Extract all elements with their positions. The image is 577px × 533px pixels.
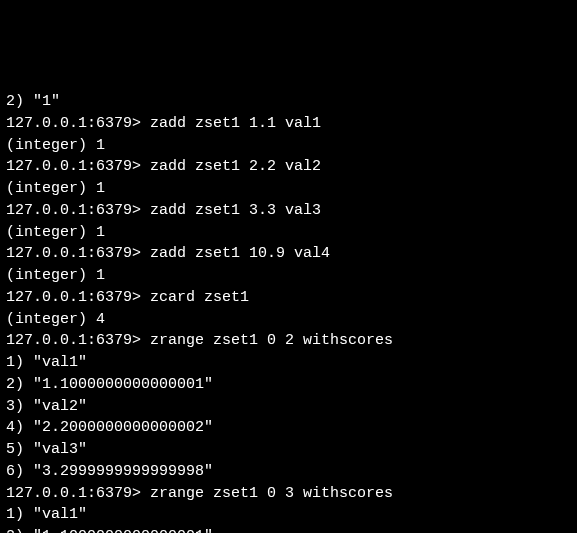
prompt: 127.0.0.1:6379> — [6, 332, 150, 349]
output-line: 1) "val1" — [6, 504, 571, 526]
command-text: zadd zset1 10.9 val4 — [150, 245, 330, 262]
output-line: (integer) 4 — [6, 309, 571, 331]
prompt: 127.0.0.1:6379> — [6, 245, 150, 262]
command-line[interactable]: 127.0.0.1:6379> zrange zset1 0 3 withsco… — [6, 483, 571, 505]
output-line: 2) "1.1000000000000001" — [6, 374, 571, 396]
command-text: zadd zset1 2.2 val2 — [150, 158, 321, 175]
output-line: 2) "1.1000000000000001" — [6, 526, 571, 533]
output-line: 4) "2.2000000000000002" — [6, 417, 571, 439]
prompt: 127.0.0.1:6379> — [6, 115, 150, 132]
output-line: (integer) 1 — [6, 135, 571, 157]
output-line: 2) "1" — [6, 91, 571, 113]
output-line: 1) "val1" — [6, 352, 571, 374]
command-text: zrange zset1 0 2 withscores — [150, 332, 393, 349]
prompt: 127.0.0.1:6379> — [6, 202, 150, 219]
output-line: 5) "val3" — [6, 439, 571, 461]
command-text: zcard zset1 — [150, 289, 249, 306]
command-line[interactable]: 127.0.0.1:6379> zcard zset1 — [6, 287, 571, 309]
output-line: 3) "val2" — [6, 396, 571, 418]
output-line: 6) "3.2999999999999998" — [6, 461, 571, 483]
command-line[interactable]: 127.0.0.1:6379> zadd zset1 10.9 val4 — [6, 243, 571, 265]
command-text: zadd zset1 3.3 val3 — [150, 202, 321, 219]
command-line[interactable]: 127.0.0.1:6379> zadd zset1 1.1 val1 — [6, 113, 571, 135]
output-line: (integer) 1 — [6, 222, 571, 244]
command-text: zrange zset1 0 3 withscores — [150, 485, 393, 502]
output-line: (integer) 1 — [6, 265, 571, 287]
prompt: 127.0.0.1:6379> — [6, 485, 150, 502]
command-text: zadd zset1 1.1 val1 — [150, 115, 321, 132]
prompt: 127.0.0.1:6379> — [6, 289, 150, 306]
output-line: (integer) 1 — [6, 178, 571, 200]
command-line[interactable]: 127.0.0.1:6379> zrange zset1 0 2 withsco… — [6, 330, 571, 352]
command-line[interactable]: 127.0.0.1:6379> zadd zset1 2.2 val2 — [6, 156, 571, 178]
prompt: 127.0.0.1:6379> — [6, 158, 150, 175]
terminal-output[interactable]: 2) "1"127.0.0.1:6379> zadd zset1 1.1 val… — [6, 91, 571, 533]
command-line[interactable]: 127.0.0.1:6379> zadd zset1 3.3 val3 — [6, 200, 571, 222]
